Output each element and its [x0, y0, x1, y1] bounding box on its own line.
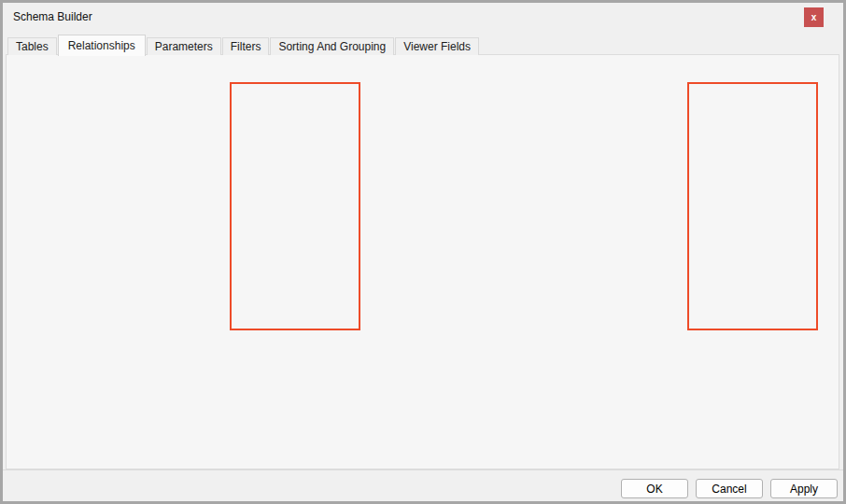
tab-viewer-fields[interactable]: Viewer Fields [395, 37, 479, 55]
tab-parameters[interactable]: Parameters [147, 37, 221, 55]
tab-strip: TablesRelationshipsParametersFiltersSort… [7, 35, 480, 55]
relationships-tab-page [6, 54, 839, 469]
apply-button[interactable]: Apply [770, 479, 838, 498]
tab-filters[interactable]: Filters [222, 37, 270, 55]
tab-relationships[interactable]: Relationships [58, 35, 146, 56]
window-title: Schema Builder [13, 10, 92, 23]
footer-bar: OK Cancel Apply [3, 469, 843, 500]
tab-sorting-and-grouping[interactable]: Sorting And Grouping [270, 37, 394, 55]
close-icon: x [811, 12, 817, 22]
ok-button[interactable]: OK [621, 479, 688, 498]
title-bar[interactable]: Schema Builder x [3, 3, 843, 32]
schema-builder-dialog: Schema Builder x TablesRelationshipsPara… [0, 0, 846, 504]
cancel-button[interactable]: Cancel [696, 479, 763, 498]
tab-tables[interactable]: Tables [7, 37, 57, 55]
close-button[interactable]: x [804, 7, 824, 27]
